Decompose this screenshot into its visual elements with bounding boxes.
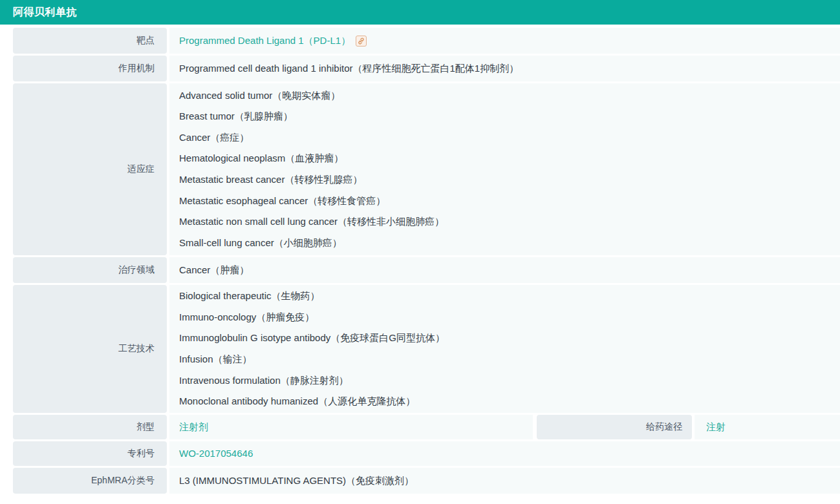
technology-item: Intravenous formulation（静脉注射剂） (179, 370, 840, 392)
table-row-target: 靶点 Programmed Death Ligand 1（PD-L1） (13, 28, 840, 54)
page-title: 阿得贝利单抗 (13, 6, 77, 19)
row-label-ephmra: EphMRA分类号 (13, 468, 167, 494)
indication-item: Breast tumor（乳腺肿瘤） (179, 106, 840, 127)
row-value-target: Programmed Death Ligand 1（PD-L1） (169, 28, 840, 54)
technology-item: Infusion（输注） (179, 349, 840, 370)
table-row-ephmra: EphMRA分类号 L3 (IMMUNOSTIMULATING AGENTS)（… (13, 468, 840, 494)
table-row-therapy-area: 治疗领域 Cancer（肿瘤） (13, 257, 840, 283)
technology-item: Immuno-oncology（肿瘤免疫） (179, 307, 840, 328)
technology-item: Biological therapeutic（生物药） (179, 286, 840, 307)
indication-item: Metastatic breast cancer（转移性乳腺癌） (179, 169, 840, 191)
indication-item: Cancer（癌症） (179, 127, 840, 149)
external-link-icon[interactable] (356, 36, 367, 47)
row-label-patent: 专利号 (13, 441, 167, 466)
target-link[interactable]: Programmed Death Ligand 1（PD-L1） (179, 35, 350, 47)
route-link[interactable]: 注射 (706, 421, 726, 432)
row-value-dosage-form: 注射剂 (169, 415, 533, 439)
indication-item: Small-cell lung cancer（小细胞肺癌） (179, 233, 840, 254)
mechanism-text: Programmed cell death ligand 1 inhibitor… (179, 58, 840, 79)
technology-item: Monoclonal antibody humanized（人源化单克隆抗体） (179, 391, 840, 412)
row-label-dosage-form: 剂型 (13, 415, 167, 439)
indication-item: Hematological neoplasm（血液肿瘤） (179, 148, 840, 169)
row-value-mechanism: Programmed cell death ligand 1 inhibitor… (169, 56, 840, 81)
row-value-patent: WO-2017054646 (169, 441, 840, 466)
row-value-technology: Biological therapeutic（生物药） Immuno-oncol… (169, 285, 840, 413)
indication-item: Metastatic esophageal cancer（转移性食管癌） (179, 191, 840, 212)
dosage-form-link[interactable]: 注射剂 (179, 421, 208, 432)
table-row-mechanism: 作用机制 Programmed cell death ligand 1 inhi… (13, 56, 840, 81)
table-row-indications: 适应症 Advanced solid tumor（晚期实体瘤） Breast t… (13, 83, 840, 255)
patent-link[interactable]: WO-2017054646 (179, 448, 253, 459)
row-label-mechanism: 作用机制 (13, 56, 167, 81)
table-row-patent: 专利号 WO-2017054646 (13, 441, 840, 466)
row-value-indications: Advanced solid tumor（晚期实体瘤） Breast tumor… (169, 83, 840, 255)
row-label-route: 给药途径 (537, 415, 692, 439)
indication-item: Advanced solid tumor（晚期实体瘤） (179, 85, 840, 107)
table-row-technology: 工艺技术 Biological therapeutic（生物药） Immuno-… (13, 285, 840, 413)
page-header: 阿得贝利单抗 (0, 0, 840, 25)
ephmra-text: L3 (IMMUNOSTIMULATING AGENTS)（免疫刺激剂） (179, 470, 840, 492)
row-value-therapy-area: Cancer（肿瘤） (169, 257, 840, 283)
row-label-target: 靶点 (13, 28, 167, 54)
drug-info-table: 靶点 Programmed Death Ligand 1（PD-L1） 作用机制… (0, 28, 840, 494)
therapy-area-text: Cancer（肿瘤） (179, 260, 840, 281)
row-label-technology: 工艺技术 (13, 285, 167, 413)
indication-item: Metastatic non small cell lung cancer（转移… (179, 211, 840, 233)
row-value-route: 注射 (695, 415, 840, 439)
technology-item: Immunoglobulin G isotype antibody（免疫球蛋白G… (179, 328, 840, 349)
row-label-therapy-area: 治疗领域 (13, 257, 167, 283)
table-row-dosage: 剂型 注射剂 给药途径 注射 (13, 415, 840, 439)
row-value-ephmra: L3 (IMMUNOSTIMULATING AGENTS)（免疫刺激剂） (169, 468, 840, 494)
row-label-indications: 适应症 (13, 83, 167, 255)
